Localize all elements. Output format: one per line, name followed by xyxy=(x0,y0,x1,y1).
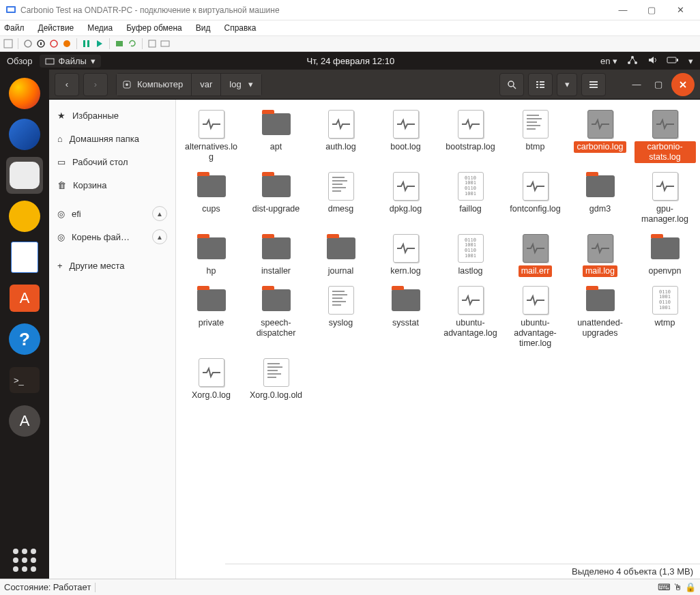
eject-icon[interactable]: ▲ xyxy=(152,229,167,244)
share-icon[interactable] xyxy=(147,38,158,49)
file-label: unattended-upgrades xyxy=(570,317,631,339)
file-item[interactable]: openvpn xyxy=(632,231,697,280)
file-label: dmesg xyxy=(325,203,357,215)
file-item[interactable]: Xorg.0.log.old xyxy=(244,355,308,404)
file-view[interactable]: alternatives.logaptauth.logboot.logboots… xyxy=(176,100,700,579)
volume-icon[interactable] xyxy=(647,55,657,67)
network-icon[interactable] xyxy=(627,55,638,67)
chevron-down-icon[interactable]: ▾ xyxy=(688,56,693,66)
hamburger-menu[interactable] xyxy=(581,73,606,96)
file-icon xyxy=(390,109,422,139)
dock-help[interactable]: ? xyxy=(6,321,43,358)
file-item[interactable]: dpkg.log xyxy=(373,169,438,228)
menu-help[interactable]: Справка xyxy=(224,23,256,33)
host-maximize[interactable]: ▢ xyxy=(637,1,666,20)
file-item[interactable]: alternatives.log xyxy=(179,106,244,166)
host-close[interactable]: ✕ xyxy=(666,1,695,20)
poweroff-icon[interactable] xyxy=(35,38,46,49)
file-item[interactable]: mail.err xyxy=(503,231,568,280)
dock-software[interactable]: A xyxy=(6,280,43,317)
path-log[interactable]: log▾ xyxy=(221,73,261,96)
file-item[interactable]: auth.log xyxy=(308,106,373,166)
file-item[interactable]: unattended-upgrades xyxy=(568,282,632,352)
file-item[interactable]: apt xyxy=(244,106,308,166)
file-item[interactable]: fontconfig.log xyxy=(503,169,568,228)
snapshot-icon[interactable] xyxy=(114,38,125,49)
file-item[interactable]: dist-upgrade xyxy=(244,169,308,228)
svg-point-6 xyxy=(50,40,57,47)
file-item[interactable]: bootstrap.log xyxy=(438,106,503,166)
window-maximize[interactable]: ▢ xyxy=(650,73,667,96)
shutdown-icon[interactable] xyxy=(48,38,59,49)
file-item[interactable]: carbonio-stats.log xyxy=(632,106,697,166)
forward-button[interactable]: › xyxy=(83,73,108,96)
file-item[interactable]: boot.log xyxy=(373,106,438,166)
file-item[interactable]: 0110100101101001wtmp xyxy=(632,282,697,352)
file-item[interactable]: ubuntu-advantage-timer.log xyxy=(503,282,568,352)
file-item[interactable]: dmesg xyxy=(308,169,373,228)
start-icon[interactable] xyxy=(23,38,33,49)
file-item[interactable]: journal xyxy=(308,231,373,280)
dock-terminal[interactable]: >_ xyxy=(6,362,43,398)
file-item[interactable]: private xyxy=(179,282,244,352)
file-item[interactable]: hp xyxy=(179,231,244,280)
enhanced-icon[interactable] xyxy=(160,38,171,49)
menu-action[interactable]: Действие xyxy=(38,23,74,33)
file-item[interactable]: carbonio.log xyxy=(568,106,632,166)
battery-icon[interactable] xyxy=(667,56,679,66)
view-list-button[interactable] xyxy=(528,73,553,96)
file-item[interactable]: Xorg.0.log xyxy=(179,355,244,404)
file-item[interactable]: sysstat xyxy=(373,282,438,352)
eject-icon[interactable]: ▲ xyxy=(152,206,167,221)
side-rootfs[interactable]: ◎Корень фай…▲ xyxy=(49,225,175,248)
file-item[interactable]: btmp xyxy=(503,106,568,166)
play-icon[interactable] xyxy=(94,38,105,49)
dock-show-apps[interactable] xyxy=(6,542,43,579)
ctrlaltdel-icon[interactable] xyxy=(3,38,14,49)
app-menu[interactable]: Файлы ▾ xyxy=(40,55,101,68)
input-lang[interactable]: en ▾ xyxy=(600,56,617,66)
back-button[interactable]: ‹ xyxy=(55,73,79,96)
menu-view[interactable]: Вид xyxy=(196,23,211,33)
file-icon xyxy=(519,233,552,263)
dock-libreoffice[interactable] xyxy=(6,239,43,276)
file-item[interactable]: installer xyxy=(244,231,308,280)
search-button[interactable] xyxy=(499,73,524,96)
menu-media[interactable]: Медиа xyxy=(87,23,113,33)
reset-icon[interactable] xyxy=(61,38,72,49)
host-minimize[interactable]: — xyxy=(609,1,637,20)
file-item[interactable]: speech-dispatcher xyxy=(244,282,308,352)
activities-button[interactable]: Обзор xyxy=(7,56,33,66)
file-item[interactable]: gdm3 xyxy=(568,169,632,228)
file-item[interactable]: cups xyxy=(179,169,244,228)
menu-clipboard[interactable]: Буфер обмена xyxy=(126,23,182,33)
dock-updater[interactable]: A xyxy=(6,403,43,439)
clock[interactable]: Чт, 24 февраля 12:10 xyxy=(101,56,600,66)
file-item[interactable]: syslog xyxy=(308,282,373,352)
file-item[interactable]: 0110100101101001faillog xyxy=(438,169,503,228)
pause-icon[interactable] xyxy=(81,38,92,49)
side-home[interactable]: ⌂Домашняя папка xyxy=(49,127,175,150)
side-favorites[interactable]: ★Избранные xyxy=(49,104,175,127)
path-var[interactable]: var xyxy=(192,73,221,96)
home-icon: ⌂ xyxy=(57,134,63,144)
file-item[interactable]: 0110100101101001lastlog xyxy=(438,231,503,280)
side-efi[interactable]: ◎efi▲ xyxy=(49,202,175,225)
window-minimize[interactable]: — xyxy=(628,73,645,96)
file-item[interactable]: kern.log xyxy=(373,231,438,280)
file-item[interactable]: ubuntu-advantage.log xyxy=(438,282,503,352)
revert-icon[interactable] xyxy=(127,38,138,49)
menu-file[interactable]: Файл xyxy=(4,23,25,33)
side-trash[interactable]: 🗑Корзина xyxy=(49,173,175,197)
file-item[interactable]: mail.log xyxy=(568,231,632,280)
dock-firefox[interactable] xyxy=(6,75,43,112)
dock-rhythmbox[interactable] xyxy=(6,198,43,235)
dock-thunderbird[interactable] xyxy=(6,116,43,153)
file-item[interactable]: gpu-manager.log xyxy=(632,169,697,228)
view-dropdown[interactable]: ▾ xyxy=(557,73,577,96)
side-other[interactable]: +Другие места xyxy=(49,254,175,277)
path-root[interactable]: Компьютер xyxy=(116,73,192,96)
side-desktop[interactable]: ▭Рабочий стол xyxy=(49,150,175,173)
dock-files[interactable] xyxy=(6,157,43,194)
window-close[interactable] xyxy=(671,73,695,96)
